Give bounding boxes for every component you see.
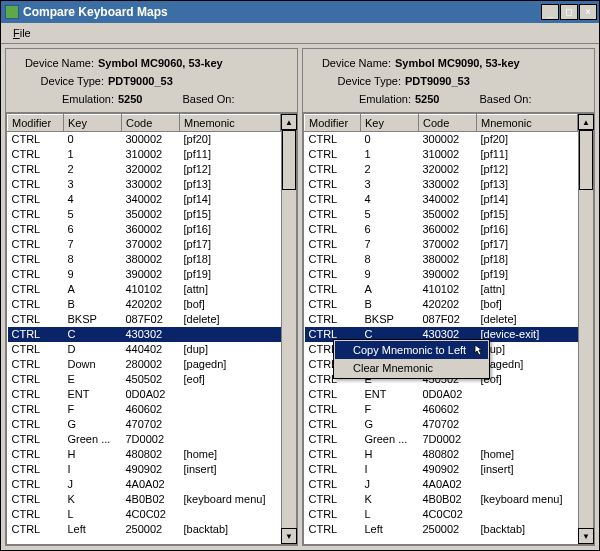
close-button[interactable]: × — [579, 4, 597, 20]
table-row[interactable]: CTRL1310002[pf11] — [305, 147, 578, 162]
table-row[interactable]: CTRLD440402[dup] — [8, 342, 281, 357]
table-row[interactable]: CTRLK4B0B02[keyboard menu] — [305, 492, 578, 507]
cell-key: 2 — [64, 162, 122, 177]
col-key[interactable]: Key — [64, 115, 122, 132]
cell-key: A — [361, 282, 419, 297]
col-modifier[interactable]: Modifier — [305, 115, 361, 132]
table-row[interactable]: CTRL0300002[pf20] — [8, 132, 281, 148]
right-scrollbar[interactable]: ▲ ▼ — [578, 113, 594, 545]
table-row[interactable]: CTRL7370002[pf17] — [8, 237, 281, 252]
cell-key: H — [361, 447, 419, 462]
up-arrow-icon[interactable]: ▲ — [578, 114, 594, 130]
left-device-name: Symbol MC9060, 53-key — [98, 55, 223, 72]
scrollbar-thumb[interactable] — [282, 130, 296, 190]
table-row[interactable]: CTRL0300002[pf20] — [305, 132, 578, 148]
cell-mn: [delete] — [477, 312, 578, 327]
table-row[interactable]: CTRLG470702 — [305, 417, 578, 432]
table-row[interactable]: CTRL2320002[pf12] — [8, 162, 281, 177]
context-menu-item[interactable]: Clear Mnemonic — [335, 359, 488, 377]
table-row[interactable]: CTRLG470702 — [8, 417, 281, 432]
cell-mod: CTRL — [8, 492, 64, 507]
cell-mn: [device-exit] — [477, 327, 578, 342]
down-arrow-icon[interactable]: ▼ — [281, 528, 297, 544]
menu-file[interactable]: File — [7, 25, 37, 41]
table-row[interactable]: CTRLI490902[insert] — [305, 462, 578, 477]
table-row[interactable]: CTRL9390002[pf19] — [8, 267, 281, 282]
table-row[interactable]: CTRLA410102[attn] — [305, 282, 578, 297]
down-arrow-icon[interactable]: ▼ — [578, 528, 594, 544]
scrollbar-thumb[interactable] — [579, 130, 593, 190]
minimize-button[interactable]: _ — [541, 4, 559, 20]
table-row[interactable]: CTRLENT0D0A02 — [8, 387, 281, 402]
table-row[interactable]: CTRLDown280002[pagedn] — [8, 357, 281, 372]
table-row[interactable]: CTRLF460602 — [305, 402, 578, 417]
cell-mn: [pf18] — [477, 252, 578, 267]
table-row[interactable]: CTRL7370002[pf17] — [305, 237, 578, 252]
col-mnemonic[interactable]: Mnemonic — [180, 115, 281, 132]
cell-mod: CTRL — [305, 147, 361, 162]
left-table-scroll[interactable]: Modifier Key Code Mnemonic CTRL0300002[p… — [7, 114, 281, 544]
table-row[interactable]: CTRL6360002[pf16] — [8, 222, 281, 237]
cell-code: 470702 — [419, 417, 477, 432]
col-mnemonic[interactable]: Mnemonic — [477, 115, 578, 132]
table-row[interactable]: CTRLBKSP087F02[delete] — [305, 312, 578, 327]
col-modifier[interactable]: Modifier — [8, 115, 64, 132]
cell-mn: [pf18] — [180, 252, 281, 267]
maximize-button[interactable]: □ — [560, 4, 578, 20]
col-code[interactable]: Code — [122, 115, 180, 132]
table-row[interactable]: CTRLA410102[attn] — [8, 282, 281, 297]
cell-key: J — [361, 477, 419, 492]
table-row[interactable]: CTRLK4B0B02[keyboard menu] — [8, 492, 281, 507]
cell-code: 4A0A02 — [419, 477, 477, 492]
table-row[interactable]: CTRLB420202[bof] — [8, 297, 281, 312]
menubar: File — [1, 23, 599, 44]
table-row[interactable]: CTRLH480802[home] — [8, 447, 281, 462]
cell-mod: CTRL — [305, 297, 361, 312]
scrollbar-track[interactable] — [579, 130, 593, 528]
table-row[interactable]: CTRLE450502[eof] — [8, 372, 281, 387]
col-code[interactable]: Code — [419, 115, 477, 132]
table-row[interactable]: CTRL3330002[pf13] — [8, 177, 281, 192]
table-row[interactable]: CTRL5350002[pf15] — [305, 207, 578, 222]
table-row[interactable]: CTRLL4C0C02 — [305, 507, 578, 522]
cell-key: 3 — [64, 177, 122, 192]
table-row[interactable]: CTRLBKSP087F02[delete] — [8, 312, 281, 327]
table-row[interactable]: CTRLF460602 — [8, 402, 281, 417]
table-row[interactable]: CTRLL4C0C02 — [8, 507, 281, 522]
table-row[interactable]: CTRLLeft250002[backtab] — [305, 522, 578, 537]
table-row[interactable]: CTRL5350002[pf15] — [8, 207, 281, 222]
cell-mn: [attn] — [477, 282, 578, 297]
right-device-info: Device Name: Symbol MC9090, 53-key Devic… — [303, 49, 594, 113]
table-row[interactable]: CTRLB420202[bof] — [305, 297, 578, 312]
table-row[interactable]: CTRL8380002[pf18] — [8, 252, 281, 267]
table-row[interactable]: CTRL1310002[pf11] — [8, 147, 281, 162]
cell-mn — [477, 402, 578, 417]
table-row[interactable]: CTRL9390002[pf19] — [305, 267, 578, 282]
left-scrollbar[interactable]: ▲ ▼ — [281, 113, 297, 545]
table-row[interactable]: CTRLC430302 — [8, 327, 281, 342]
table-row[interactable]: CTRLI490902[insert] — [8, 462, 281, 477]
cell-mn: [pf19] — [477, 267, 578, 282]
table-row[interactable]: CTRLJ4A0A02 — [8, 477, 281, 492]
table-row[interactable]: CTRL4340002[pf14] — [8, 192, 281, 207]
right-table-scroll[interactable]: Modifier Key Code Mnemonic CTRL0300002[p… — [304, 114, 578, 544]
table-row[interactable]: CTRL4340002[pf14] — [305, 192, 578, 207]
table-row[interactable]: CTRL6360002[pf16] — [305, 222, 578, 237]
scrollbar-track[interactable] — [282, 130, 296, 528]
table-row[interactable]: CTRLGreen ...7D0002 — [8, 432, 281, 447]
context-menu-item[interactable]: Copy Mnemonic to Left — [335, 341, 488, 359]
table-row[interactable]: CTRLH480802[home] — [305, 447, 578, 462]
cell-code: 310002 — [122, 147, 180, 162]
table-row[interactable]: CTRLJ4A0A02 — [305, 477, 578, 492]
right-device-name: Symbol MC9090, 53-key — [395, 55, 520, 72]
table-row[interactable]: CTRLLeft250002[backtab] — [8, 522, 281, 537]
table-row[interactable]: CTRL3330002[pf13] — [305, 177, 578, 192]
cell-key: Green ... — [64, 432, 122, 447]
up-arrow-icon[interactable]: ▲ — [281, 114, 297, 130]
cell-code: 4B0B02 — [122, 492, 180, 507]
col-key[interactable]: Key — [361, 115, 419, 132]
table-row[interactable]: CTRLGreen ...7D0002 — [305, 432, 578, 447]
table-row[interactable]: CTRL8380002[pf18] — [305, 252, 578, 267]
table-row[interactable]: CTRL2320002[pf12] — [305, 162, 578, 177]
table-row[interactable]: CTRLENT0D0A02 — [305, 387, 578, 402]
